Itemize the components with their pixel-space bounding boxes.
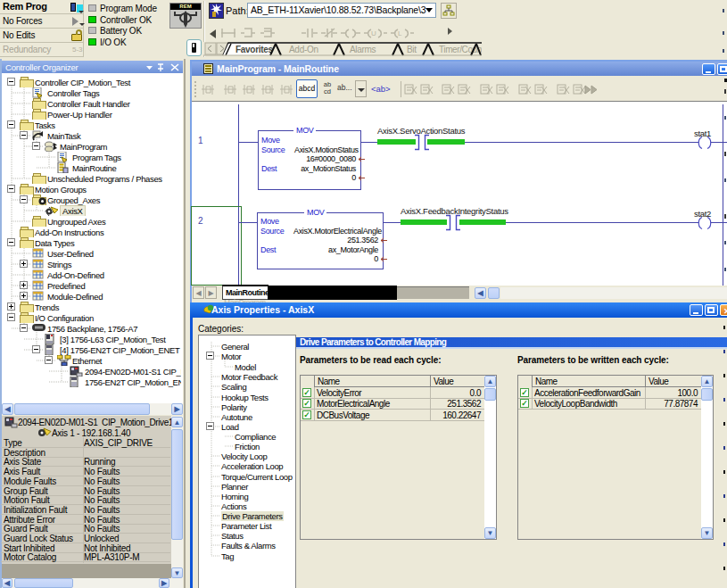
svg-text:Alarms: Alarms [350,45,376,54]
svg-text:Favorites: Favorites [235,45,274,54]
svg-text:Add-On: Add-On [289,45,318,54]
svg-text:Bit: Bit [407,45,417,54]
svg-text:U: U [371,29,376,37]
svg-text:L: L [398,29,402,37]
